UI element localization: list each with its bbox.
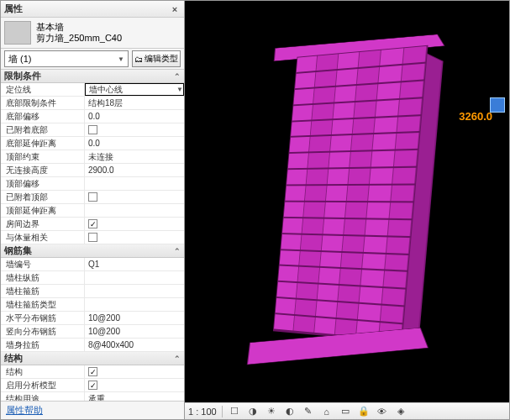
tower-front bbox=[273, 45, 429, 344]
checkbox[interactable]: ✓ bbox=[88, 381, 97, 390]
dimension-label[interactable]: 3260.0 bbox=[459, 110, 492, 123]
property-value[interactable]: 承重 bbox=[85, 392, 184, 401]
property-row[interactable]: 墙柱箍筋类型 bbox=[1, 298, 184, 312]
property-value[interactable]: 未连接 bbox=[85, 150, 184, 163]
property-value[interactable]: ✓ bbox=[85, 379, 184, 391]
edit-icon: 🗂 bbox=[134, 55, 143, 64]
property-value[interactable] bbox=[85, 123, 184, 136]
property-name: 水平分布钢筋 bbox=[1, 312, 85, 324]
shadows-icon[interactable]: ◐ bbox=[283, 405, 297, 418]
property-name: 底部偏移 bbox=[1, 110, 85, 123]
scale-display[interactable]: 1 : 100 bbox=[188, 407, 217, 417]
selection-combo[interactable]: 墙 (1) ▼ bbox=[4, 50, 129, 67]
property-value[interactable] bbox=[85, 191, 184, 203]
property-name: 墙编号 bbox=[1, 258, 85, 270]
property-name: 与体量相关 bbox=[1, 231, 85, 244]
property-row[interactable]: 底部限制条件 结构18层 bbox=[1, 97, 184, 110]
property-value[interactable]: 8@400x400 bbox=[85, 339, 184, 351]
group-header[interactable]: 限制条件⌃ bbox=[1, 70, 184, 83]
property-row[interactable]: 竖向分布钢筋 10@200 bbox=[1, 325, 184, 339]
property-value[interactable] bbox=[85, 271, 184, 284]
property-value[interactable]: Q1 bbox=[85, 258, 184, 270]
property-row[interactable]: 定位线 墙中心线▼ bbox=[1, 83, 184, 97]
property-row[interactable]: 无连接高度 2900.0 bbox=[1, 164, 184, 177]
visual-style-icon[interactable]: ◑ bbox=[246, 405, 260, 418]
property-value[interactable] bbox=[85, 285, 184, 297]
property-row[interactable]: 墙柱箍筋 bbox=[1, 285, 184, 298]
chevron-down-icon: ▼ bbox=[176, 86, 183, 93]
temp-hide-icon[interactable]: 👁 bbox=[376, 405, 389, 418]
edit-type-label: 编辑类型 bbox=[145, 53, 178, 65]
property-row[interactable]: 底部延伸距离 0.0 bbox=[1, 137, 184, 150]
property-row[interactable]: 结构用途 承重 bbox=[1, 392, 184, 401]
crop-view-icon[interactable]: ⌂ bbox=[320, 405, 334, 418]
property-row[interactable]: 底部偏移 0.0 bbox=[1, 110, 184, 123]
sun-path-icon[interactable]: ☀ bbox=[265, 405, 278, 418]
collapse-icon: ⌃ bbox=[174, 354, 181, 363]
lock-3d-icon[interactable]: 🔒 bbox=[357, 405, 371, 418]
property-name: 顶部约束 bbox=[1, 150, 85, 163]
chevron-down-icon: ▼ bbox=[118, 55, 124, 63]
type-family: 基本墙 bbox=[36, 22, 122, 33]
type-name: 剪力墙_250mm_C40 bbox=[36, 33, 122, 44]
rendering-icon[interactable]: ✎ bbox=[302, 405, 315, 418]
group-header[interactable]: 钢筋集⌃ bbox=[1, 244, 184, 258]
property-row[interactable]: 已附着底部 bbox=[1, 123, 184, 137]
property-value[interactable] bbox=[85, 298, 184, 311]
property-name: 顶部偏移 bbox=[1, 177, 85, 190]
property-row[interactable]: 已附着顶部 bbox=[1, 191, 184, 204]
property-name: 已附着顶部 bbox=[1, 191, 85, 203]
property-row[interactable]: 墙身拉筋 8@400x400 bbox=[1, 339, 184, 352]
property-name: 墙柱纵筋 bbox=[1, 271, 85, 284]
scale-value: 1 : 100 bbox=[188, 407, 217, 417]
property-value[interactable] bbox=[85, 231, 184, 244]
type-selector-row[interactable]: 基本墙 剪力墙_250mm_C40 bbox=[1, 18, 184, 49]
property-value[interactable]: 0.0 bbox=[85, 137, 184, 150]
view-control-bar: 1 : 100 ☐ ◑ ☀ ◐ ✎ ⌂ ▭ 🔒 👁 ◈ bbox=[185, 402, 509, 419]
property-name: 已附着底部 bbox=[1, 123, 85, 136]
property-row[interactable]: 启用分析模型 ✓ bbox=[1, 379, 184, 392]
detail-level-icon[interactable]: ☐ bbox=[228, 405, 241, 418]
property-row[interactable]: 顶部约束 未连接 bbox=[1, 150, 184, 164]
property-row[interactable]: 墙柱纵筋 bbox=[1, 271, 184, 285]
canvas-3d[interactable]: 3260.0 bbox=[185, 1, 509, 402]
checkbox[interactable] bbox=[88, 233, 97, 242]
property-value[interactable] bbox=[85, 177, 184, 190]
property-row[interactable]: 水平分布钢筋 10@200 bbox=[1, 312, 184, 325]
checkbox[interactable]: ✓ bbox=[88, 219, 97, 228]
property-row[interactable]: 与体量相关 bbox=[1, 231, 184, 244]
property-name: 房间边界 bbox=[1, 218, 85, 230]
close-icon[interactable]: × bbox=[169, 4, 181, 14]
property-value[interactable]: 2900.0 bbox=[85, 164, 184, 176]
building-model[interactable] bbox=[239, 26, 455, 370]
property-row[interactable]: 房间边界 ✓ bbox=[1, 218, 184, 231]
property-row[interactable]: 结构 ✓ bbox=[1, 365, 184, 379]
property-value[interactable]: 10@200 bbox=[85, 312, 184, 324]
properties-panel: 属性 × 基本墙 剪力墙_250mm_C40 墙 (1) ▼ 🗂 编辑类型 限制… bbox=[0, 0, 185, 420]
property-value[interactable]: ✓ bbox=[85, 365, 184, 378]
help-link[interactable]: 属性帮助 bbox=[1, 401, 184, 419]
checkbox[interactable] bbox=[88, 125, 97, 134]
edit-type-button[interactable]: 🗂 编辑类型 bbox=[132, 50, 181, 67]
crop-region-icon[interactable]: ▭ bbox=[339, 405, 352, 418]
property-name: 底部延伸距离 bbox=[1, 137, 85, 150]
reveal-hidden-icon[interactable]: ◈ bbox=[394, 405, 407, 418]
property-value[interactable] bbox=[85, 204, 184, 217]
property-value[interactable]: 0.0 bbox=[85, 110, 184, 123]
property-row[interactable]: 墙编号 Q1 bbox=[1, 258, 184, 271]
checkbox[interactable] bbox=[88, 192, 97, 202]
viewport-3d[interactable]: 3260.0 1 : 100 ☐ ◑ ☀ ◐ ✎ ⌂ ▭ 🔒 👁 ◈ bbox=[185, 0, 510, 420]
property-value[interactable]: 10@200 bbox=[85, 325, 184, 338]
property-name: 竖向分布钢筋 bbox=[1, 325, 85, 338]
group-header[interactable]: 结构⌃ bbox=[1, 352, 184, 365]
property-row[interactable]: 顶部延伸距离 bbox=[1, 204, 184, 218]
type-text: 基本墙 剪力墙_250mm_C40 bbox=[36, 22, 122, 44]
type-swatch bbox=[4, 21, 31, 45]
property-value[interactable]: 结构18层 bbox=[85, 97, 184, 109]
property-value[interactable]: ✓ bbox=[85, 218, 184, 230]
checkbox[interactable]: ✓ bbox=[88, 367, 97, 376]
property-value[interactable]: 墙中心线▼ bbox=[85, 83, 184, 96]
property-row[interactable]: 顶部偏移 bbox=[1, 177, 184, 191]
collapse-icon: ⌃ bbox=[174, 72, 181, 81]
property-name: 顶部延伸距离 bbox=[1, 204, 85, 217]
